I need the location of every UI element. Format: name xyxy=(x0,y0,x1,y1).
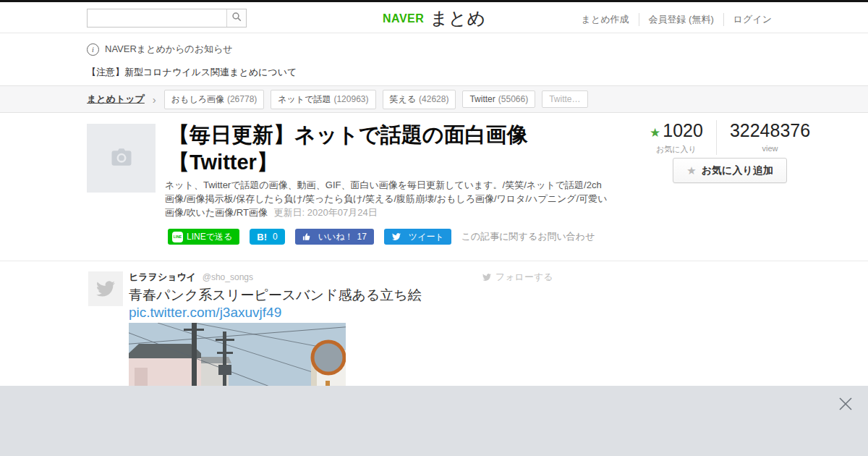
tweet-author-row: ヒラヲショウイ @sho_songs xyxy=(129,271,253,284)
search-button[interactable] xyxy=(226,9,246,27)
views-count: 32248376 xyxy=(730,120,810,141)
twitter-bird-icon xyxy=(482,273,495,282)
views-label: view xyxy=(730,144,810,153)
tweet-author-handle[interactable]: @sho_songs xyxy=(203,272,253,282)
follow-button[interactable]: フォローする xyxy=(482,271,553,284)
camera-icon xyxy=(109,144,135,173)
tweet-avatar xyxy=(88,271,123,306)
social-share-row: LINE LINEで送る B! 0 いいね！ 17 ツイート この記事に関する xyxy=(168,229,595,245)
favorites-stat: ★1020 お気に入り xyxy=(637,120,716,155)
tag-chip-truncated[interactable]: Twitte… xyxy=(542,90,587,108)
bottom-ad-overlay xyxy=(0,386,868,456)
favorite-star-icon: ★ xyxy=(650,126,660,140)
favorites-label: お気に入り xyxy=(650,144,703,155)
overlay-close-button[interactable] xyxy=(835,395,856,415)
tag-chip-netto-wadai[interactable]: ネットで話題(120963) xyxy=(271,90,375,109)
header-links: まとめ作成 会員登録 (無料) ログイン xyxy=(572,13,781,26)
tag-chip-omoshiro[interactable]: おもしろ画像(26778) xyxy=(164,90,265,109)
follow-label: フォローする xyxy=(495,271,553,284)
article-stats: ★1020 お気に入り 32248376 view xyxy=(637,120,823,155)
favorites-count: 1020 xyxy=(663,120,703,140)
naver-wordmark: NAVER xyxy=(383,12,424,25)
facebook-like-button[interactable]: いいね！ 17 xyxy=(295,229,374,245)
hatena-count: 0 xyxy=(273,232,278,242)
notice-header: i NAVERまとめからのお知らせ xyxy=(87,43,233,56)
hatena-bookmark-button[interactable]: B! 0 xyxy=(250,229,284,245)
favorite-add-button[interactable]: ★ お気に入り追加 xyxy=(673,158,787,183)
twitter-bird-icon xyxy=(391,232,405,241)
hatena-b-icon: B! xyxy=(257,232,267,242)
tweet-photo-link[interactable]: pic.twitter.com/j3axuvjf49 xyxy=(129,305,281,321)
page: NAVER まとめ まとめ作成 会員登録 (無料) ログイン i NAVERまと… xyxy=(0,0,868,456)
article-thumbnail-placeholder xyxy=(87,124,156,193)
link-login[interactable]: ログイン xyxy=(723,13,781,26)
search-input[interactable] xyxy=(88,9,226,27)
notice-alert-link[interactable]: 【注意】新型コロナウイルス関連まとめについて xyxy=(87,66,297,79)
tag-chip-waraeru[interactable]: 笑える(42628) xyxy=(383,90,456,109)
notice-title: NAVERまとめからのお知らせ xyxy=(105,43,233,56)
line-icon: LINE xyxy=(172,232,183,242)
link-register[interactable]: 会員登録 (無料) xyxy=(639,13,723,26)
facebook-like-count: 17 xyxy=(357,232,367,242)
naver-matome-logo[interactable]: NAVER まとめ xyxy=(383,7,485,30)
search-icon xyxy=(231,12,242,25)
contact-link[interactable]: この記事に関するお問い合わせ xyxy=(461,230,595,243)
page-title: 【毎日更新】ネットで話題の面白画像【Twitter】 xyxy=(169,121,603,176)
close-icon xyxy=(837,395,854,415)
line-share-button[interactable]: LINE LINEで送る xyxy=(168,229,239,245)
tag-chip-twitter[interactable]: Twitter(55066) xyxy=(462,90,535,108)
matome-wordmark: まとめ xyxy=(430,7,485,30)
link-create-matome[interactable]: まとめ作成 xyxy=(572,13,639,26)
favorite-add-label: お気に入り追加 xyxy=(702,164,773,177)
search-box xyxy=(87,9,247,28)
thumbs-up-icon xyxy=(302,232,315,241)
updated-date: 更新日: 2020年07月24日 xyxy=(274,207,378,218)
article-description: ネット、Twitterで話題の画像、動画、GIF、面白い画像を毎日更新しています… xyxy=(165,178,613,219)
chevron-right-icon: › xyxy=(153,93,156,106)
twitter-bird-icon xyxy=(95,279,116,298)
breadcrumb-root-link[interactable]: まとめトップ xyxy=(87,93,145,106)
breadcrumb-bar: まとめトップ › おもしろ画像(26778) ネットで話題(120963) 笑え… xyxy=(0,85,868,113)
section-divider xyxy=(0,261,868,261)
star-icon: ★ xyxy=(686,164,696,177)
tweet-author-name[interactable]: ヒラヲショウイ xyxy=(129,271,196,282)
info-icon: i xyxy=(87,43,99,56)
tweet-text: 青春パンク系スリーピースバンド感ある立ち絵 xyxy=(129,286,422,305)
views-stat: 32248376 view xyxy=(716,120,823,155)
tweet-button[interactable]: ツイート xyxy=(384,229,451,245)
